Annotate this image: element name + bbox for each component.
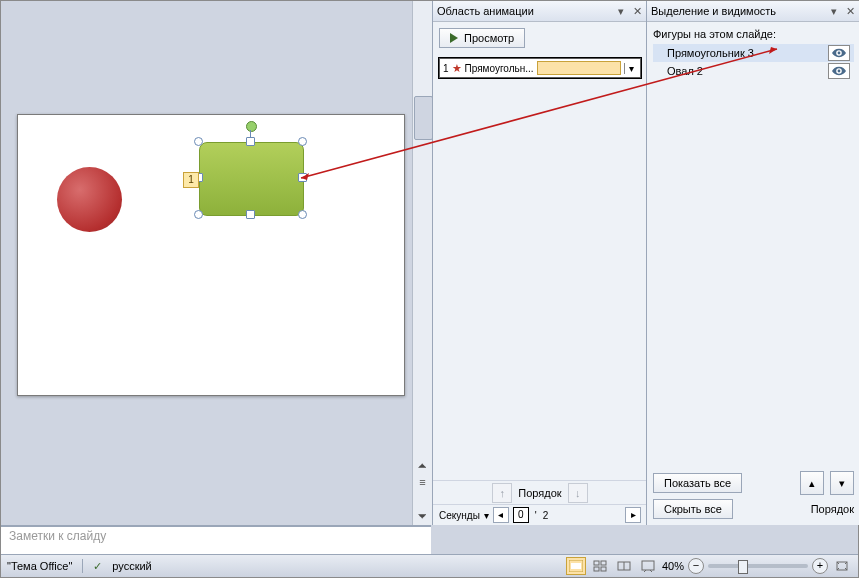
hide-all-button[interactable]: Скрыть все — [653, 499, 733, 519]
visibility-toggle[interactable] — [828, 63, 850, 79]
selection-handle-nw[interactable] — [194, 137, 203, 146]
svg-rect-4 — [594, 561, 599, 565]
selection-item-oval[interactable]: Овал 2 — [653, 62, 854, 80]
svg-point-0 — [838, 52, 841, 55]
normal-view-button[interactable] — [566, 557, 586, 575]
slideshow-view-button[interactable] — [638, 557, 658, 575]
animation-index-tag[interactable]: 1 — [183, 172, 199, 188]
chevron-down-icon[interactable]: ▾ — [484, 510, 489, 521]
preview-button-label: Просмотр — [464, 32, 514, 44]
animation-pane: Область анимации ▾ ✕ Просмотр 1 ★ Прямоу… — [432, 1, 647, 525]
slide-wrapper: 1 — [17, 114, 403, 394]
close-icon[interactable]: ✕ — [844, 5, 856, 17]
animation-pane-title: Область анимации — [437, 5, 611, 17]
eye-icon — [832, 66, 846, 76]
animation-item[interactable]: 1 ★ Прямоугольн... ▾ — [439, 58, 641, 78]
selection-pane: Выделение и видимость ▾ ✕ Фигуры на этом… — [646, 1, 859, 525]
selection-pane-footer: Показать все ▴ ▾ Скрыть все Порядок — [653, 467, 854, 519]
oval-shape[interactable] — [57, 167, 122, 232]
selection-handle-se[interactable] — [298, 210, 307, 219]
selection-handle-s[interactable] — [246, 210, 255, 219]
slide-canvas[interactable] — [17, 114, 405, 396]
visibility-toggle[interactable] — [828, 45, 850, 61]
scrollbar-thumb[interactable] — [414, 96, 433, 140]
timeline-scroll-left[interactable]: ◂ — [493, 507, 509, 523]
selection-item-rectangle[interactable]: Прямоугольник 3 — [653, 44, 854, 62]
zoom-thumb[interactable] — [738, 560, 748, 574]
selection-handle-n[interactable] — [246, 137, 255, 146]
animation-item-name: Прямоугольн... — [465, 63, 534, 74]
reorder-down-button[interactable]: ▾ — [830, 471, 854, 495]
theme-label[interactable]: "Тема Office" — [7, 560, 72, 572]
selection-list-header: Фигуры на этом слайде: — [653, 28, 854, 40]
rotate-handle[interactable] — [246, 121, 257, 132]
prev-slide-button[interactable]: ⏶ — [413, 457, 432, 474]
animation-item-index: 1 — [443, 63, 449, 74]
selection-pane-header: Выделение и видимость ▾ ✕ — [647, 1, 859, 22]
zoom-in-button[interactable]: + — [812, 558, 828, 574]
zoom-percent[interactable]: 40% — [662, 560, 684, 572]
close-icon[interactable]: ✕ — [631, 5, 643, 17]
timeline-mark: 2 — [543, 510, 549, 521]
move-up-button[interactable]: ↑ — [492, 483, 512, 503]
star-icon: ★ — [452, 62, 462, 75]
timeline-tick: ' — [533, 510, 539, 521]
animation-duration-bar[interactable] — [537, 61, 621, 75]
svg-rect-7 — [601, 567, 606, 571]
svg-rect-10 — [642, 561, 654, 570]
next-slide-button[interactable]: ⏷ — [413, 508, 432, 525]
order-label: Порядок — [518, 487, 561, 499]
zoom-slider[interactable] — [708, 564, 808, 568]
selection-handle-e[interactable] — [298, 173, 307, 182]
selection-item-label: Овал 2 — [667, 65, 703, 77]
selection-pane-body: Фигуры на этом слайде: Прямоугольник 3 О… — [647, 22, 859, 525]
timeline-scroll-right[interactable]: ▸ — [625, 507, 641, 523]
status-right: 40% − + — [566, 557, 852, 575]
animation-pane-body: Просмотр 1 ★ Прямоугольн... ▾ ↑ Порядок … — [433, 22, 647, 525]
rectangle-shape[interactable] — [199, 142, 304, 216]
selection-handle-sw[interactable] — [194, 210, 203, 219]
svg-rect-5 — [601, 561, 606, 565]
animation-timeline: Секунды ▾ ◂ 0 ' 2 ▸ — [433, 504, 647, 525]
selection-handle-ne[interactable] — [298, 137, 307, 146]
reading-view-button[interactable] — [614, 557, 634, 575]
selection-item-label: Прямоугольник 3 — [667, 47, 754, 59]
chevron-down-icon[interactable]: ▾ — [624, 63, 637, 74]
status-bar: "Тема Office" ✓ русский 40% − + — [1, 554, 858, 577]
pane-menu-icon[interactable]: ▾ — [828, 5, 840, 17]
move-down-button[interactable]: ↓ — [568, 483, 588, 503]
editor-scrollbar[interactable]: ⏶ ≡ ⏷ — [412, 1, 432, 525]
svg-rect-3 — [571, 563, 581, 569]
selection-pane-title: Выделение и видимость — [651, 5, 824, 17]
animation-pane-header: Область анимации ▾ ✕ — [433, 1, 647, 22]
svg-rect-6 — [594, 567, 599, 571]
zoom-out-button[interactable]: − — [688, 558, 704, 574]
language-label[interactable]: русский — [112, 560, 151, 572]
notes-placeholder: Заметки к слайду — [9, 529, 106, 543]
powerpoint-window: 1 ⏶ ≡ ⏷ Область анимации ▾ ✕ Просмотр 1 … — [0, 0, 859, 578]
preview-button[interactable]: Просмотр — [439, 28, 525, 48]
animation-list: 1 ★ Прямоугольн... ▾ — [439, 58, 641, 78]
animation-order-row: ↑ Порядок ↓ — [433, 480, 647, 505]
selection-list: Прямоугольник 3 Овал 2 — [653, 44, 854, 80]
notes-pane[interactable]: Заметки к слайду — [1, 525, 431, 555]
eye-icon — [832, 48, 846, 58]
fit-window-button[interactable] — [832, 557, 852, 575]
slide-nav-split[interactable]: ≡ — [413, 474, 432, 491]
spellcheck-icon[interactable]: ✓ — [93, 560, 102, 573]
timeline-label: Секунды — [439, 510, 480, 521]
svg-point-1 — [838, 70, 841, 73]
play-icon — [450, 33, 458, 43]
divider — [82, 559, 83, 573]
slide-editor[interactable]: 1 ⏶ ≡ ⏷ — [1, 1, 411, 525]
show-all-button[interactable]: Показать все — [653, 473, 742, 493]
sorter-view-button[interactable] — [590, 557, 610, 575]
order-label: Порядок — [811, 503, 854, 515]
timeline-mark: 0 — [513, 507, 529, 523]
pane-menu-icon[interactable]: ▾ — [615, 5, 627, 17]
reorder-up-button[interactable]: ▴ — [800, 471, 824, 495]
